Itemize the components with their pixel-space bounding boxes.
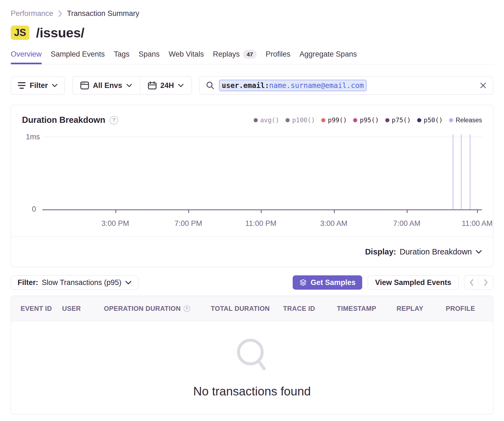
x-axis-tick bbox=[477, 210, 478, 213]
x-axis-label: 11:00 PM bbox=[245, 219, 276, 228]
legend-item-p50[interactable]: p50() bbox=[417, 117, 443, 124]
help-icon[interactable]: ? bbox=[184, 305, 190, 312]
release-marker-line[interactable] bbox=[453, 134, 453, 209]
legend-item-p95[interactable]: p95() bbox=[353, 117, 379, 124]
column-total-duration: TOTAL DURATION bbox=[211, 305, 283, 312]
legend-dot bbox=[385, 118, 389, 122]
column-operation-duration: OPERATION DURATION ? bbox=[104, 305, 211, 312]
column-timestamp: TIMESTAMP bbox=[337, 305, 397, 312]
empty-state: No transactions found bbox=[11, 321, 493, 414]
tab-aggregate-spans[interactable]: Aggregate Spans bbox=[300, 50, 357, 64]
transactions-table: EVENT ID USER OPERATION DURATION ? TOTAL… bbox=[11, 296, 493, 414]
x-axis-label: 3:00 PM bbox=[101, 219, 129, 228]
x-axis-tick bbox=[407, 210, 408, 213]
view-sampled-events-button[interactable]: View Sampled Events bbox=[368, 275, 459, 290]
close-icon bbox=[479, 82, 487, 89]
tab-spans[interactable]: Spans bbox=[139, 50, 160, 64]
x-axis-label: 7:00 PM bbox=[175, 219, 202, 228]
legend-item-releases[interactable]: Releases bbox=[449, 117, 482, 124]
chevron-right-icon bbox=[58, 10, 63, 17]
title-row: JS /issues/ bbox=[11, 25, 493, 40]
filter-button[interactable]: Filter bbox=[11, 76, 65, 95]
page-title: /issues/ bbox=[36, 25, 84, 40]
tab-web-vitals[interactable]: Web Vitals bbox=[169, 50, 204, 64]
transactions-toolbar: Filter: Slow Transactions (p95) Get Samp… bbox=[11, 275, 493, 290]
legend-dot bbox=[286, 118, 290, 122]
duration-breakdown-card: Duration Breakdown ? avg() p100() p99() bbox=[11, 105, 493, 267]
plot-axis-area: 3:00 PM 7:00 PM 11:00 PM 3:00 AM 7:00 AM… bbox=[42, 130, 482, 228]
release-marker-line[interactable] bbox=[470, 134, 470, 209]
chart-header: Duration Breakdown ? avg() p100() p99() bbox=[11, 105, 493, 125]
filter-lines-icon bbox=[18, 82, 26, 89]
x-axis-line bbox=[42, 209, 482, 210]
x-axis-tick bbox=[115, 210, 116, 213]
env-date-group: All Envs 24H bbox=[72, 76, 192, 95]
x-axis-label: 11:00 AM bbox=[462, 219, 492, 228]
chevron-down-icon[interactable] bbox=[475, 250, 482, 254]
search-icon bbox=[206, 81, 215, 90]
legend-dot bbox=[254, 118, 258, 122]
legend-dot bbox=[353, 118, 357, 122]
next-page-button[interactable] bbox=[479, 276, 493, 289]
y-axis-label-zero: 0 bbox=[32, 205, 36, 214]
layers-icon bbox=[299, 279, 307, 286]
breadcrumb-current: Transaction Summary bbox=[67, 9, 139, 18]
column-profile: PROFILE bbox=[446, 305, 493, 312]
search-filter-token[interactable]: user.email:name.surname@email.com bbox=[219, 80, 367, 91]
legend-item-avg[interactable]: avg() bbox=[254, 117, 279, 124]
legend-dot bbox=[417, 118, 421, 122]
previous-page-button[interactable] bbox=[464, 276, 479, 289]
tab-replays[interactable]: Replays 47 bbox=[213, 50, 257, 64]
search-clear-button[interactable] bbox=[479, 82, 487, 89]
chevron-right-icon bbox=[483, 279, 488, 286]
column-replay: REPLAY bbox=[397, 305, 446, 312]
duration-breakdown-plot: 1ms 0 3:00 PM 7:00 PM 11:00 PM 3:00 AM 7… bbox=[22, 130, 482, 228]
legend-item-p100[interactable]: p100() bbox=[286, 117, 315, 124]
display-dropdown[interactable]: Duration Breakdown bbox=[400, 247, 472, 256]
x-axis-tick bbox=[188, 210, 189, 213]
chevron-down-icon bbox=[52, 84, 58, 87]
legend-dot bbox=[321, 118, 325, 122]
help-icon[interactable]: ? bbox=[110, 116, 118, 124]
search-input[interactable]: user.email:name.surname@email.com bbox=[200, 76, 493, 95]
chevron-down-icon bbox=[125, 281, 132, 285]
release-marker-line[interactable] bbox=[461, 134, 462, 209]
calendar-icon bbox=[148, 81, 157, 90]
transactions-filter-dropdown[interactable]: Filter: Slow Transactions (p95) bbox=[11, 275, 139, 290]
legend-item-p75[interactable]: p75() bbox=[385, 117, 411, 124]
chevron-left-icon bbox=[469, 279, 474, 286]
chart-footer: Display: Duration Breakdown bbox=[11, 237, 493, 267]
legend-dot bbox=[449, 118, 453, 122]
chart-legend: avg() p100() p99() p95() p75() bbox=[254, 117, 482, 124]
replays-count-badge: 47 bbox=[243, 50, 256, 59]
date-range-selector[interactable]: 24H bbox=[140, 77, 192, 94]
chevron-down-icon bbox=[178, 84, 184, 87]
chevron-down-icon bbox=[126, 84, 132, 87]
table-header-row: EVENT ID USER OPERATION DURATION ? TOTAL… bbox=[11, 296, 493, 321]
column-event-id: EVENT ID bbox=[11, 305, 62, 312]
display-label: Display: bbox=[365, 247, 396, 256]
x-axis-label: 7:00 AM bbox=[393, 219, 420, 228]
empty-state-message: No transactions found bbox=[193, 384, 311, 398]
breadcrumb: Performance Transaction Summary bbox=[11, 9, 493, 18]
get-samples-button[interactable]: Get Samples bbox=[293, 275, 362, 290]
column-user: USER bbox=[62, 305, 104, 312]
environment-selector[interactable]: All Envs bbox=[73, 77, 140, 94]
tab-profiles[interactable]: Profiles bbox=[266, 50, 290, 64]
transaction-summary-page: Performance Transaction Summary JS /issu… bbox=[0, 9, 504, 414]
legend-item-p99[interactable]: p99() bbox=[321, 117, 347, 124]
breadcrumb-performance[interactable]: Performance bbox=[11, 9, 53, 18]
chart-title: Duration Breakdown bbox=[22, 115, 105, 125]
filter-row: Filter All Envs bbox=[11, 76, 493, 95]
platform-js-badge: JS bbox=[11, 26, 29, 40]
tab-bar: Overview Sampled Events Tags Spans Web V… bbox=[11, 50, 493, 64]
tab-overview[interactable]: Overview bbox=[11, 50, 42, 64]
tab-sampled-events[interactable]: Sampled Events bbox=[51, 50, 105, 64]
search-empty-icon bbox=[234, 337, 270, 375]
tab-tags[interactable]: Tags bbox=[114, 50, 129, 64]
x-axis-tick bbox=[334, 210, 335, 213]
window-icon bbox=[80, 81, 89, 90]
x-axis-label: 3:00 AM bbox=[320, 219, 347, 228]
pagination bbox=[464, 275, 493, 290]
gridline-1ms bbox=[42, 137, 482, 137]
